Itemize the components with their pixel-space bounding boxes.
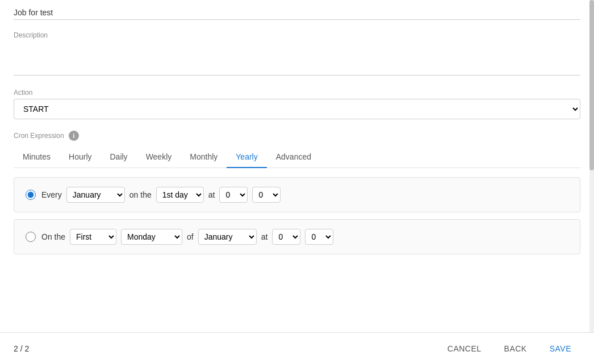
main-content: Description Action START STOP RESTART Cr… xyxy=(0,0,594,335)
on-the-label: on the xyxy=(129,190,152,199)
cancel-button[interactable]: CANCEL xyxy=(438,340,491,358)
save-button[interactable]: SAVE xyxy=(541,340,580,358)
yearly-month2-select[interactable]: JanuaryFebruaryMarch AprilMayJune JulyAu… xyxy=(198,229,257,245)
footer: 2 / 2 CANCEL BACK SAVE xyxy=(0,332,594,364)
yearly-option2-row: On the FirstSecondThird FourthLast Monda… xyxy=(41,229,333,245)
page-indicator: 2 / 2 xyxy=(14,344,29,353)
action-label: Action xyxy=(14,89,580,97)
description-field-group: Description xyxy=(14,31,580,77)
on-the-label2: On the xyxy=(41,232,65,241)
yearly-month-select[interactable]: JanuaryFebruaryMarch AprilMayJune JulyAu… xyxy=(66,187,125,203)
action-select[interactable]: START STOP RESTART xyxy=(14,99,580,119)
cron-info-icon[interactable]: i xyxy=(69,131,79,141)
cron-tabs: Minutes Hourly Daily Weekly Monthly Year… xyxy=(14,147,580,168)
yearly-minute-select[interactable]: 051015 20253035 40455055 xyxy=(252,187,281,203)
footer-buttons: CANCEL BACK SAVE xyxy=(438,340,580,358)
scrollbar-thumb[interactable] xyxy=(589,0,594,170)
cron-field-group: Cron Expression i Minutes Hourly Daily W… xyxy=(14,131,580,254)
scrollbar-track xyxy=(589,0,594,364)
tab-advanced[interactable]: Advanced xyxy=(267,147,320,168)
tab-weekly[interactable]: Weekly xyxy=(137,147,181,168)
tab-daily[interactable]: Daily xyxy=(101,147,137,168)
description-label: Description xyxy=(14,31,580,39)
yearly-weekday-select[interactable]: MondayTuesdayWednesday ThursdayFridaySat… xyxy=(121,229,182,245)
of-label: of xyxy=(187,232,194,241)
cron-expression-label: Cron Expression xyxy=(14,132,64,140)
yearly-option1-radio[interactable] xyxy=(26,190,36,200)
every-label: Every xyxy=(41,190,62,199)
back-button[interactable]: BACK xyxy=(495,340,536,358)
tab-yearly[interactable]: Yearly xyxy=(227,147,266,168)
name-field-group xyxy=(14,6,580,20)
yearly-ordinal-select[interactable]: FirstSecondThird FourthLast xyxy=(70,229,116,245)
job-name-input[interactable] xyxy=(14,6,580,20)
yearly-day-select[interactable]: 1st day2nd day3rd day 4th day5th day xyxy=(156,187,204,203)
description-input[interactable] xyxy=(14,41,580,76)
yearly-minute2-select[interactable]: 051015 20253035 40455055 xyxy=(305,229,333,245)
tab-hourly[interactable]: Hourly xyxy=(60,147,101,168)
tab-monthly[interactable]: Monthly xyxy=(181,147,227,168)
yearly-hour-select[interactable]: 0123 4567 891011 12131415 16171819 20212… xyxy=(219,187,248,203)
tab-minutes[interactable]: Minutes xyxy=(14,147,60,168)
yearly-option1-box: Every JanuaryFebruaryMarch AprilMayJune … xyxy=(14,177,580,212)
cron-label-row: Cron Expression i xyxy=(14,131,580,141)
yearly-option1-row: Every JanuaryFebruaryMarch AprilMayJune … xyxy=(41,187,281,203)
yearly-hour2-select[interactable]: 0123 4567 891011 12131415 16171819 20212… xyxy=(272,229,300,245)
yearly-option2-box: On the FirstSecondThird FourthLast Monda… xyxy=(14,219,580,254)
action-field-group: Action START STOP RESTART xyxy=(14,89,580,119)
at-label-1: at xyxy=(208,190,215,199)
yearly-option2-radio[interactable] xyxy=(26,232,36,242)
at-label-2: at xyxy=(261,232,268,241)
